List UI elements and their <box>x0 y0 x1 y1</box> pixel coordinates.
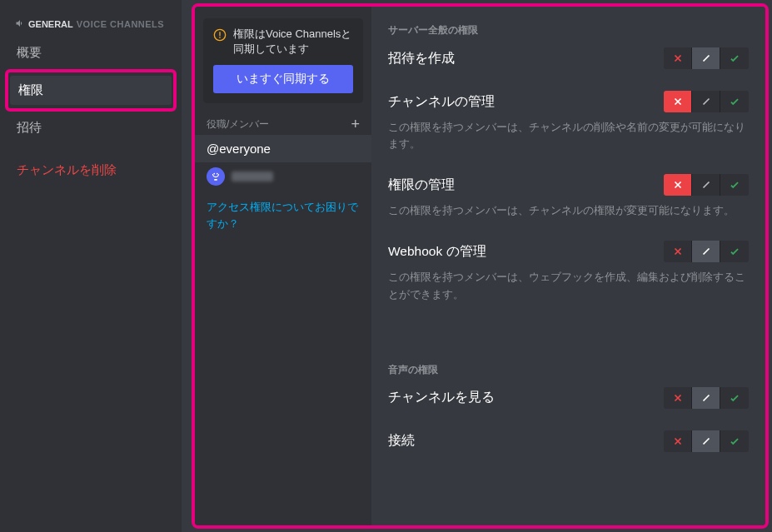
perm-toggle-create-invite <box>664 47 749 69</box>
perm-row-create-invite: 招待を作成 <box>388 47 749 69</box>
perm-toggle-view-channel <box>664 387 749 409</box>
sidebar-item-delete-channel[interactable]: チャンネルを削除 <box>8 156 173 185</box>
perm-row-connect: 接続 <box>388 430 749 452</box>
add-role-icon[interactable]: + <box>351 117 360 132</box>
svg-point-1 <box>213 173 215 175</box>
perm-row-manage-webhooks: Webhook の管理 この権限を持つメンバーは、ウェブフックを作成、編集および… <box>388 241 749 302</box>
toggle-deny[interactable] <box>664 91 692 112</box>
toggle-deny[interactable] <box>664 174 692 196</box>
perm-title: 招待を作成 <box>388 50 455 67</box>
perm-toggle-connect <box>664 430 749 452</box>
warning-icon <box>213 28 227 42</box>
toggle-allow[interactable] <box>720 91 749 112</box>
toggle-neutral[interactable] <box>692 241 720 262</box>
toggle-deny[interactable] <box>664 47 692 69</box>
volume-icon <box>15 18 25 30</box>
perm-title: チャンネルを見る <box>388 389 495 406</box>
toggle-neutral[interactable] <box>692 387 720 409</box>
avatar <box>207 167 225 186</box>
perm-desc: この権限を持つメンバーは、チャンネルの削除や名前の変更が可能になります。 <box>388 119 749 152</box>
permissions-list: サーバー全般の権限 招待を作成 チャンネルの管理 <box>371 7 765 525</box>
toggle-allow[interactable] <box>720 47 749 69</box>
svg-point-2 <box>217 173 218 175</box>
sidebar-highlight-box: 権限 <box>5 69 177 112</box>
perm-row-manage-channel: チャンネルの管理 この権限を持つメンバーは、チャンネルの削除や名前の変更が可能に… <box>388 91 749 152</box>
member-name-redacted <box>232 172 273 181</box>
perm-title: 接続 <box>388 432 415 450</box>
roles-members-header: 役職/メンバー + <box>195 112 371 135</box>
perm-row-view-channel: チャンネルを見る <box>388 387 749 409</box>
sync-message-text: 権限はVoice Channelsと同期しています <box>233 27 353 57</box>
perm-title: Webhook の管理 <box>388 243 486 261</box>
perm-title: チャンネルの管理 <box>388 93 495 111</box>
sidebar-item-permissions[interactable]: 権限 <box>10 76 172 105</box>
main-highlight-frame: 権限はVoice Channelsと同期しています いますぐ同期する 役職/メン… <box>192 3 769 529</box>
role-everyone[interactable]: @everyone <box>195 135 371 162</box>
perm-title: 権限の管理 <box>388 177 455 194</box>
section-general-permissions: サーバー全般の権限 <box>388 23 749 37</box>
channel-category: VOICE CHANNELS <box>77 19 164 29</box>
toggle-deny[interactable] <box>664 241 692 262</box>
perm-desc: この権限を持つメンバーは、チャンネルの権限が変更可能になります。 <box>388 202 749 219</box>
toggle-allow[interactable] <box>720 387 749 409</box>
sidebar-channel-header: GENERAL VOICE CHANNELS <box>8 18 173 37</box>
perm-toggle-manage-webhooks <box>664 241 749 262</box>
toggle-neutral[interactable] <box>692 47 720 69</box>
toggle-allow[interactable] <box>720 174 749 196</box>
perm-toggle-manage-channel <box>664 91 749 112</box>
section-voice-permissions: 音声の権限 <box>388 363 749 377</box>
sidebar-item-invites[interactable]: 招待 <box>8 113 173 142</box>
toggle-neutral[interactable] <box>692 430 720 452</box>
perm-row-manage-permissions: 権限の管理 この権限を持つメンバーは、チャンネルの権限が変更可能になります。 <box>388 174 749 219</box>
toggle-neutral[interactable] <box>692 174 720 196</box>
toggle-deny[interactable] <box>664 430 692 452</box>
channel-name: GENERAL <box>28 19 73 29</box>
roles-column: 権限はVoice Channelsと同期しています いますぐ同期する 役職/メン… <box>195 7 371 525</box>
permissions-help-link[interactable]: アクセス権限についてお困りですか？ <box>195 191 371 243</box>
toggle-allow[interactable] <box>720 241 749 262</box>
perm-desc: この権限を持つメンバーは、ウェブフックを作成、編集および削除することができます。 <box>388 269 749 302</box>
toggle-deny[interactable] <box>664 387 692 409</box>
settings-sidebar: GENERAL VOICE CHANNELS 概要 権限 招待 チャンネルを削除 <box>0 0 182 532</box>
sync-now-button[interactable]: いますぐ同期する <box>213 65 353 93</box>
roles-members-label: 役職/メンバー <box>207 117 269 132</box>
sync-notice: 権限はVoice Channelsと同期しています いますぐ同期する <box>203 18 363 103</box>
member-item[interactable] <box>195 162 371 191</box>
perm-toggle-manage-permissions <box>664 174 749 196</box>
toggle-neutral[interactable] <box>692 91 720 112</box>
toggle-allow[interactable] <box>720 430 749 452</box>
sidebar-item-overview[interactable]: 概要 <box>8 38 173 67</box>
